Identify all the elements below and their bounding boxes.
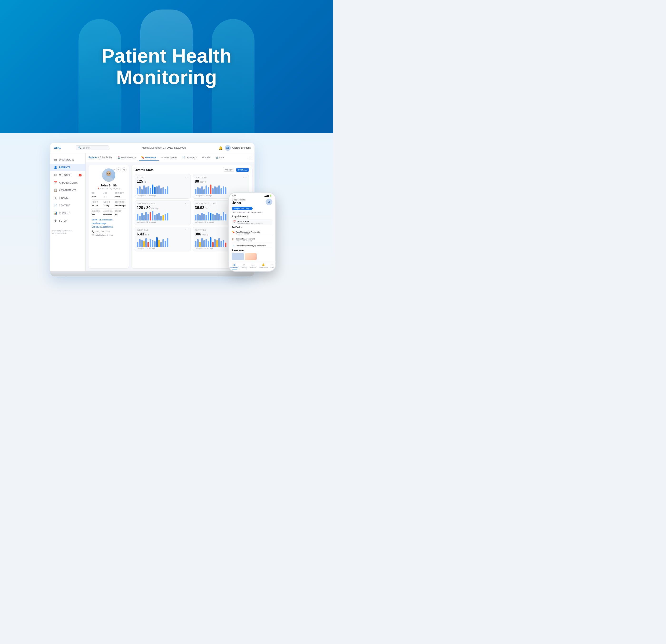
bar xyxy=(158,213,160,220)
bar xyxy=(139,239,141,247)
sidebar-item-content[interactable]: 📄 CONTENT xyxy=(50,202,85,209)
bar xyxy=(141,189,143,194)
active-indicator xyxy=(232,269,236,269)
patient-location: 📍 New York City, NY, USA xyxy=(92,187,126,190)
bar xyxy=(199,189,201,194)
sidebar-label-assignments: ASSIGNMENTS xyxy=(59,189,76,192)
info-age: AGE 38 xyxy=(103,192,114,198)
weight-more[interactable]: ··· xyxy=(187,176,189,178)
sidebar-item-setup[interactable]: ⚙ SETUP xyxy=(50,217,85,225)
hr-expand[interactable]: ⤢ xyxy=(243,176,244,178)
bottom-nav-more[interactable]: ≡ More xyxy=(270,263,274,269)
bar xyxy=(154,187,156,194)
tab-visits[interactable]: 👁 Visits xyxy=(199,155,213,161)
nav-search-box[interactable]: 🔍 Search xyxy=(76,145,109,150)
bar xyxy=(201,213,203,220)
resource-image-2 xyxy=(245,253,257,260)
phone-status-bar: 9:41 ▂▄▆ 🔋 xyxy=(229,193,275,197)
panel-more-button[interactable]: ··· xyxy=(112,167,115,171)
bar xyxy=(203,214,205,220)
info-alcohol: ALCHOHOL Moderate xyxy=(103,210,114,216)
sidebar-label-patients: PATIENTS xyxy=(59,166,70,169)
edit-button[interactable]: ✎ xyxy=(116,167,121,172)
bar xyxy=(145,187,147,194)
bell-icon[interactable]: 🔔 xyxy=(218,146,223,150)
sidebar-item-assignments[interactable]: 📋 ASSIGNMENTS xyxy=(50,186,85,194)
breadcrumb-parent[interactable]: Patients xyxy=(88,156,97,159)
phone-appointment-item: 📅 Second Visit Today from 11:00 AM to 12… xyxy=(232,219,273,225)
tab-treatments[interactable]: 💊 Treatments xyxy=(139,155,159,161)
tab-prescriptions[interactable]: ✏ Prescriptions xyxy=(159,155,179,161)
todo-sub-2: Until Sep 15, 9:30 AM xyxy=(236,240,255,242)
bar xyxy=(162,215,164,220)
bottom-nav-message[interactable]: ✉ Message xyxy=(241,263,247,269)
action-links: Show Full Information Send Message Sched… xyxy=(92,218,126,228)
app-body: ▦ DASHBOARD 👤 PATIENTS ✉ MESSAGES 1 xyxy=(50,153,255,271)
search-placeholder: Search xyxy=(83,146,90,149)
hr-more[interactable]: ··· xyxy=(245,176,247,178)
sidebar-item-messages[interactable]: ✉ MESSAGES 1 xyxy=(50,171,85,179)
phone-todo-item-2: 📋 Complete Assessment Until Sep 15, 9:30… xyxy=(232,237,273,243)
sidebar-item-dashboard[interactable]: ▦ DASHBOARD xyxy=(50,156,85,164)
bar xyxy=(147,214,149,220)
bar xyxy=(160,216,162,220)
sleep-expand[interactable]: ⤢ xyxy=(185,229,186,231)
sleep-more[interactable]: ··· xyxy=(187,229,189,231)
sidebar-item-finance[interactable]: $ FINANCE xyxy=(50,194,85,202)
heart-rate-trend: ↑ xyxy=(205,181,206,183)
bar xyxy=(210,237,211,247)
phone-time: 9:41 xyxy=(232,195,236,197)
bottom-nav-activities[interactable]: ◎ Activities xyxy=(250,263,257,269)
sidebar-item-appointments[interactable]: 📅 APPOINTMENTS xyxy=(50,179,85,186)
info-weight: WEIGHT 125 kg xyxy=(103,201,114,207)
svg-point-4 xyxy=(107,173,108,174)
sidebar-label-appointments: APPOINTMENTS xyxy=(59,181,78,184)
user-name: Andrew Simmons xyxy=(232,146,251,149)
bar xyxy=(164,189,166,194)
signal-icon: ▂▄▆ xyxy=(264,195,269,197)
bar xyxy=(212,214,214,220)
week-toggle[interactable]: Week ▾ xyxy=(224,168,234,172)
info-height: HEIGHT 180 cm xyxy=(92,201,102,207)
tab-medical-history[interactable]: 🏥 Medical History xyxy=(115,155,138,161)
bottom-nav-dashboard[interactable]: ⊞ Dashboard xyxy=(230,263,238,269)
bar xyxy=(154,241,156,247)
bp-expand[interactable]: ⤢ xyxy=(185,203,186,205)
tab-labs[interactable]: 🔬 Labs xyxy=(213,155,226,161)
resource-image-1 xyxy=(232,253,244,260)
send-message-link[interactable]: Send Message xyxy=(92,222,126,225)
bar xyxy=(143,215,145,220)
laptop-base xyxy=(50,271,255,276)
nav-logo: ORG xyxy=(54,146,73,149)
bar xyxy=(201,186,203,194)
phone-number: (102) 123 - 4567 xyxy=(95,231,110,233)
sidebar-item-reports[interactable]: 📊 REPORTS xyxy=(50,209,85,217)
prescriptions-icon: ✏ xyxy=(161,156,163,159)
heart-rate-label: HEART RATE xyxy=(195,176,207,178)
weight-expand[interactable]: ⤢ xyxy=(185,176,186,178)
bar xyxy=(197,214,198,220)
bottom-nav-notifications[interactable]: 🔔 Notifications xyxy=(259,263,268,269)
settings-button[interactable]: ⚙ xyxy=(122,167,126,172)
nav-date: Monday, December 23, 2019; 8:20:00 AM xyxy=(112,146,216,149)
tab-more-button[interactable]: ··· xyxy=(249,156,252,160)
tab-documents[interactable]: 📄 Documents xyxy=(179,155,199,161)
bar xyxy=(162,187,164,194)
bar xyxy=(143,241,145,247)
bar xyxy=(216,213,218,220)
bottom-nav-activities-label: Activities xyxy=(250,267,257,268)
schedule-appointment-link[interactable]: Schedule Appointment xyxy=(92,226,126,228)
sidebar-item-patients[interactable]: 👤 PATIENTS xyxy=(50,164,85,171)
phone-help-button[interactable]: Do you need help? xyxy=(232,207,252,210)
bar xyxy=(197,187,198,194)
overall-badge[interactable]: OVERALL xyxy=(236,168,249,172)
bp-more[interactable]: ··· xyxy=(187,203,189,205)
bar xyxy=(223,186,224,194)
activities-trend: ↓ xyxy=(207,234,208,236)
bar xyxy=(214,239,216,247)
hero-section: Patient Health Monitoring xyxy=(0,0,333,133)
dashboard-section: ORG 🔍 Search Monday, December 23, 2019; … xyxy=(0,133,333,296)
patient-info-grid: SEX Male AGE 38 ETHNICITY xyxy=(92,192,126,216)
bar xyxy=(156,186,158,194)
show-full-info-link[interactable]: Show Full Information xyxy=(92,218,126,221)
